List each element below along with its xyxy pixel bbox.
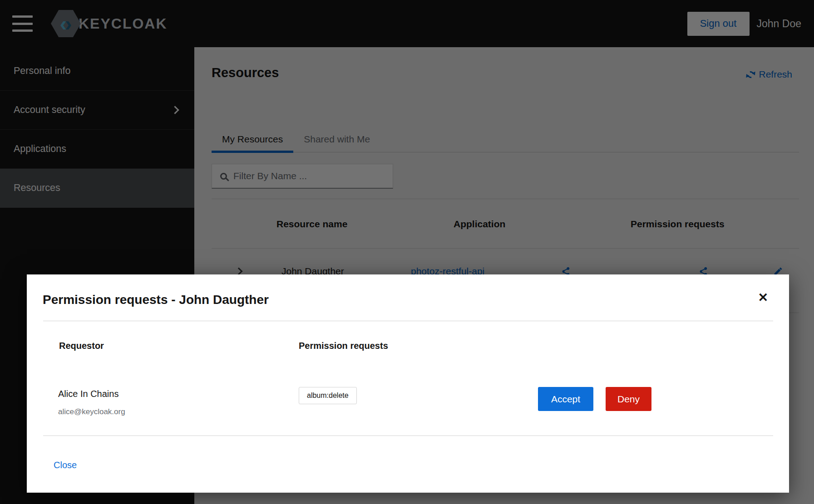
modal-footer-divider <box>43 435 773 436</box>
requestor-email: alice@keycloak.org <box>58 407 125 416</box>
deny-button[interactable]: Deny <box>606 387 651 411</box>
keycloak-account-console: ‹ › KEYCLOAK Sign out John Doe Personal … <box>0 0 814 504</box>
accept-button[interactable]: Accept <box>538 387 593 411</box>
permission-requests-modal: Permission requests - John Daugther ✕ Re… <box>27 274 789 493</box>
close-icon: ✕ <box>758 291 768 304</box>
requestor-name: Alice In Chains <box>58 389 118 399</box>
modal-close-button[interactable]: ✕ <box>758 292 768 304</box>
modal-column-requestor: Requestor <box>59 341 104 351</box>
modal-close-link[interactable]: Close <box>54 460 77 470</box>
scope-chip: album:delete <box>299 387 357 404</box>
modal-header-divider <box>43 321 773 321</box>
modal-title: Permission requests - John Daugther <box>43 293 269 307</box>
modal-column-permission-requests: Permission requests <box>299 341 388 351</box>
